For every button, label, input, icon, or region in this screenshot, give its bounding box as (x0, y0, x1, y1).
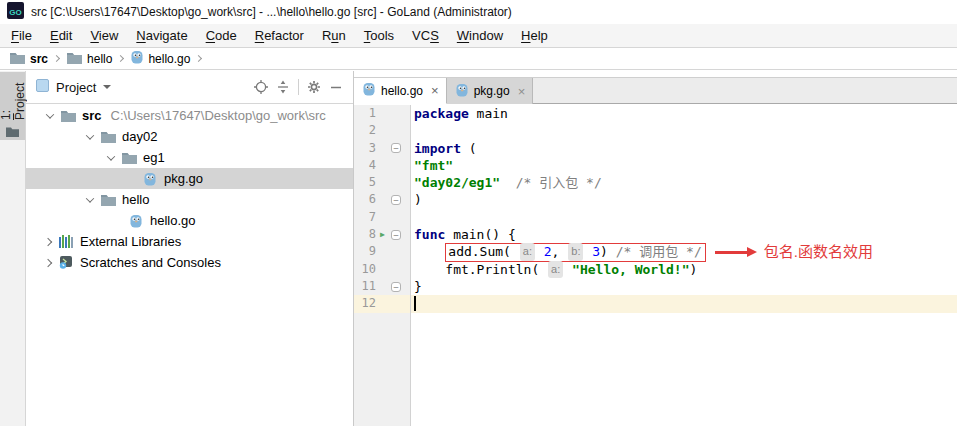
chevron-down-icon[interactable] (103, 85, 111, 89)
fold-toggle-icon[interactable]: − (391, 282, 401, 292)
tool-window-tab-project[interactable]: 1: Project (0, 72, 25, 140)
tree-item-src[interactable]: srcC:\Users\17647\Desktop\go_work\src (26, 105, 353, 126)
collapse-all-icon[interactable] (272, 76, 294, 98)
code-line[interactable]: 9 add.Sum( a: 2, b: 3) /* 调用包 */包名.函数名效用 (354, 243, 957, 260)
chevron-down-icon[interactable] (84, 197, 96, 203)
code-line[interactable]: 2 (354, 122, 957, 139)
code-text[interactable]: } (411, 278, 957, 295)
menu-code[interactable]: Code (197, 28, 246, 43)
gutter: 8▶− (354, 226, 411, 243)
go-file-icon (363, 82, 375, 99)
chevron-down-icon[interactable] (84, 134, 96, 140)
code-line[interactable]: 4"fmt" (354, 157, 957, 174)
menu-refactor[interactable]: Refactor (246, 28, 313, 43)
code-token: main (469, 105, 508, 122)
menu-view[interactable]: View (81, 28, 127, 43)
close-icon[interactable]: × (518, 84, 526, 99)
chevron-right-icon[interactable] (42, 260, 54, 266)
tree-item-label: eg1 (143, 150, 165, 165)
parameter-hint: a: (548, 261, 563, 278)
gutter: 10 (354, 261, 411, 278)
fold-toggle-icon[interactable]: − (391, 195, 401, 205)
menu-navigate[interactable]: Navigate (127, 28, 196, 43)
folder-icon (121, 151, 137, 164)
code-text[interactable]: "day02/eg1" /* 引入包 */ (411, 174, 957, 191)
code-line[interactable]: 5"day02/eg1" /* 引入包 */ (354, 174, 957, 191)
fold-toggle-icon[interactable]: − (391, 230, 401, 240)
code-token (564, 261, 572, 278)
hide-panel-icon[interactable] (325, 76, 347, 98)
code-text[interactable]: func main() { (411, 226, 957, 243)
line-number: 12 (354, 295, 376, 312)
code-line[interactable]: 10 fmt.Println( a: "Hello, World!") (354, 261, 957, 278)
menu-run[interactable]: Run (313, 28, 355, 43)
folder-icon (100, 193, 116, 206)
code-text[interactable]: package main (411, 105, 957, 122)
text-caret (414, 296, 416, 311)
tree-item-hello-go[interactable]: hello.go (26, 210, 353, 231)
project-panel: Project srcC:\Users\17647\Desktop\go_wor… (26, 71, 354, 426)
scratches-icon (58, 256, 74, 269)
fold-column: − (389, 282, 403, 292)
tool-window-tab-label: 1: Project (0, 72, 27, 120)
chevron-right-icon (117, 55, 124, 62)
editor-body[interactable]: 1package main23−import (4"fmt"5"day02/eg… (354, 104, 957, 426)
tree-item-hello[interactable]: hello (26, 189, 353, 210)
chevron-down-icon[interactable] (44, 113, 56, 119)
code-line[interactable]: 6−) (354, 191, 957, 208)
project-tree: srcC:\Users\17647\Desktop\go_work\srcday… (26, 104, 353, 426)
run-gutter-icon[interactable]: ▶ (376, 231, 389, 239)
code-text[interactable] (411, 313, 957, 426)
tool-window-strip: 1: Project (0, 71, 26, 426)
menu-tools[interactable]: Tools (355, 28, 403, 43)
code-line[interactable]: 8▶−func main() { (354, 226, 957, 243)
tree-item-external-libraries[interactable]: External Libraries (26, 231, 353, 252)
editor-tab-pkg.go[interactable]: pkg.go× (447, 78, 534, 104)
line-number: 10 (354, 261, 376, 278)
menu-file[interactable]: File (2, 28, 41, 43)
menu-vcs[interactable]: VCS (403, 28, 448, 43)
breadcrumb-item-src[interactable]: src (8, 51, 50, 67)
menu-window[interactable]: Window (448, 28, 512, 43)
tree-item-label: Scratches and Consoles (80, 255, 221, 270)
go-file-icon (142, 172, 158, 186)
code-token: ( (461, 140, 477, 157)
menu-edit[interactable]: Edit (41, 28, 81, 43)
code-text[interactable]: "fmt" (411, 157, 957, 174)
line-number: 7 (354, 209, 376, 226)
tree-item-day02[interactable]: day02 (26, 126, 353, 147)
chevron-down-icon[interactable] (105, 155, 117, 161)
code-text[interactable]: fmt.Println( a: "Hello, World!") (411, 261, 957, 278)
code-text[interactable]: ) (411, 191, 957, 208)
code-line[interactable]: 12 (354, 295, 957, 312)
code-text[interactable]: import ( (411, 140, 957, 157)
code-token: } (414, 278, 422, 295)
menu-help[interactable]: Help (512, 28, 557, 43)
code-text[interactable]: add.Sum( a: 2, b: 3) /* 调用包 */包名.函数名效用 (411, 243, 957, 260)
code-line[interactable]: 1package main (354, 105, 957, 122)
code-text[interactable] (411, 122, 957, 139)
editor-tab-hello.go[interactable]: hello.go× (354, 78, 447, 104)
code-text[interactable] (411, 295, 957, 312)
code-line[interactable]: 3−import ( (354, 140, 957, 157)
tree-item-scratches-and-consoles[interactable]: Scratches and Consoles (26, 252, 353, 273)
code-token: fmt.Println( (414, 261, 547, 278)
folder-icon (6, 125, 19, 140)
chevron-right-icon[interactable] (42, 239, 54, 245)
close-icon[interactable]: × (431, 83, 439, 98)
window-title: src [C:\Users\17647\Desktop\go_work\src]… (31, 5, 512, 19)
code-text[interactable] (411, 209, 957, 226)
tree-item-pkg-go[interactable]: pkg.go (26, 168, 353, 189)
code-line[interactable]: 11−} (354, 278, 957, 295)
breadcrumb-item-hello[interactable]: hello (65, 51, 114, 67)
code-line[interactable]: 7 (354, 209, 957, 226)
breadcrumb-item-hello.go[interactable]: hello.go (129, 50, 192, 67)
project-panel-header: Project (26, 71, 353, 104)
tree-item-label: External Libraries (80, 234, 181, 249)
gutter: 7 (354, 209, 411, 226)
tree-item-eg1[interactable]: eg1 (26, 147, 353, 168)
fold-toggle-icon[interactable]: − (391, 143, 401, 153)
settings-gear-icon[interactable] (303, 76, 325, 98)
chevron-right-icon (53, 55, 60, 62)
locate-icon[interactable] (250, 76, 272, 98)
